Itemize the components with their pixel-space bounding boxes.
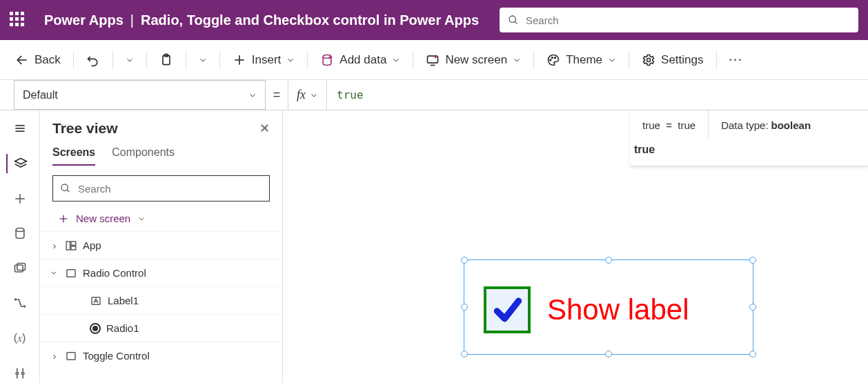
chevron-right-icon: ›	[50, 239, 59, 251]
theme-button[interactable]: Theme	[541, 49, 622, 71]
new-screen-label: New screen	[76, 213, 130, 224]
tree-panel: Tree view ✕ Screens Components New scree…	[40, 110, 283, 383]
tree-item-radio-control[interactable]: › Radio Control	[40, 259, 282, 286]
tree-label: Radio Control	[83, 267, 146, 279]
tree-label: Radio1	[106, 322, 139, 334]
global-search-input[interactable]	[526, 14, 850, 26]
undo-button[interactable]	[81, 49, 106, 71]
formula-intellisense: true = true Data type: boolean true	[630, 110, 868, 166]
main-area: (𝑥) Tree view ✕ Screens Components New s…	[0, 110, 868, 383]
search-icon	[508, 14, 519, 26]
data-icon	[320, 53, 334, 67]
selection-box[interactable]: Show label	[464, 259, 753, 355]
rail-tools[interactable]	[6, 363, 34, 383]
checkbox-control[interactable]: Show label	[484, 286, 689, 333]
rail-variables[interactable]: (𝑥)	[6, 328, 34, 348]
rail-flows[interactable]	[6, 293, 34, 313]
svg-rect-36	[71, 242, 76, 245]
design-canvas[interactable]: true = true Data type: boolean true	[283, 110, 868, 383]
screen-icon	[65, 267, 77, 279]
arrow-left-icon	[15, 53, 29, 67]
separator	[146, 51, 147, 69]
tree-item-radio1[interactable]: Radio1	[40, 314, 282, 342]
separator	[219, 51, 220, 69]
svg-point-30	[21, 372, 23, 374]
back-button[interactable]: Back	[10, 49, 66, 71]
resize-handle[interactable]	[749, 304, 756, 311]
fx-icon: fx	[297, 88, 306, 102]
tab-screens[interactable]: Screens	[52, 146, 95, 166]
tab-components[interactable]: Components	[112, 146, 175, 166]
svg-point-14	[550, 59, 551, 61]
resize-handle[interactable]	[461, 351, 468, 357]
svg-point-17	[647, 58, 651, 61]
app-header: Power Apps | Radio, Toggle and Checkbox …	[0, 0, 868, 40]
tree-item-label1[interactable]: Label1	[40, 286, 282, 314]
chevron-down-icon: ›	[49, 268, 61, 278]
resize-handle[interactable]	[461, 257, 468, 264]
tree-item-app[interactable]: › App	[40, 231, 282, 259]
svg-rect-37	[71, 246, 76, 249]
resize-handle[interactable]	[605, 257, 612, 264]
svg-rect-38	[67, 269, 75, 277]
rail-hamburger[interactable]	[6, 119, 34, 139]
undo-split[interactable]	[120, 52, 139, 68]
new-screen-label: New screen	[445, 53, 507, 67]
gear-icon	[642, 53, 655, 67]
property-name: Default	[23, 89, 58, 101]
chevron-down-icon	[199, 56, 207, 64]
svg-point-29	[16, 372, 18, 374]
separator	[186, 51, 186, 69]
layers-icon	[14, 157, 28, 170]
formula-input[interactable]: true	[327, 80, 868, 110]
resize-handle[interactable]	[749, 257, 756, 264]
flow-icon	[13, 296, 27, 310]
rail-insert[interactable]	[6, 188, 34, 208]
checkbox-label: Show label	[547, 293, 689, 326]
resize-handle[interactable]	[461, 304, 468, 311]
radio-icon	[90, 323, 101, 334]
new-screen-link[interactable]: New screen	[40, 208, 282, 231]
svg-rect-40	[67, 352, 75, 360]
equals-label: =	[266, 80, 288, 110]
waffle-icon[interactable]	[10, 12, 26, 28]
insert-button[interactable]: Insert	[227, 49, 301, 71]
property-selector[interactable]: Default	[14, 80, 266, 110]
chevron-down-icon	[513, 56, 521, 64]
resize-handle[interactable]	[749, 351, 756, 357]
ellipsis-icon: ···	[729, 53, 743, 67]
svg-rect-26	[17, 263, 25, 270]
data-type-label: Data type:	[721, 119, 768, 131]
new-screen-button[interactable]: New screen	[420, 49, 526, 71]
tree: › App › Radio Control Label1 Radio1 › To…	[40, 231, 282, 369]
rail-data[interactable]	[6, 224, 34, 244]
tree-item-toggle-control[interactable]: › Toggle Control	[40, 342, 282, 369]
add-data-button[interactable]: Add data	[315, 49, 406, 71]
global-search[interactable]	[500, 8, 858, 32]
checkbox-box[interactable]	[484, 286, 531, 333]
paste-split[interactable]	[193, 52, 213, 68]
hamburger-icon	[13, 121, 27, 135]
rail-media[interactable]	[6, 259, 34, 279]
add-data-label: Add data	[339, 53, 386, 67]
fx-toggle[interactable]: fx	[288, 80, 327, 110]
plus-icon	[13, 192, 27, 206]
plus-icon	[58, 213, 69, 224]
paste-button[interactable]	[154, 49, 179, 71]
back-label: Back	[34, 53, 61, 67]
tree-search[interactable]	[52, 175, 270, 202]
separator	[629, 51, 629, 69]
variables-icon: (𝑥)	[14, 332, 26, 344]
panel-title: Tree view	[52, 120, 118, 137]
resize-handle[interactable]	[605, 351, 612, 357]
rail-treeview[interactable]	[6, 154, 34, 174]
close-icon[interactable]: ✕	[259, 121, 270, 136]
separator	[533, 51, 534, 69]
separator	[112, 51, 113, 69]
tree-search-input[interactable]	[78, 183, 262, 195]
screen-icon	[426, 53, 440, 67]
settings-button[interactable]: Settings	[636, 49, 709, 71]
check-icon	[492, 295, 522, 325]
left-rail: (𝑥)	[0, 110, 40, 383]
more-button[interactable]: ···	[724, 49, 749, 71]
